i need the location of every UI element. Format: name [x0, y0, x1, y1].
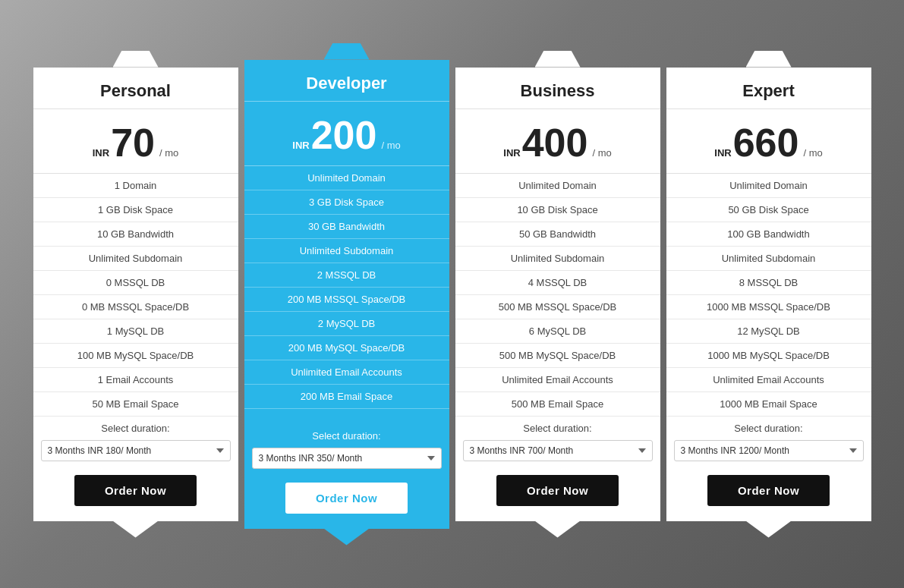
feature-item-developer-7: 200 MB MySQL Space/DB: [244, 336, 449, 360]
feature-item-personal-8: 1 Email Accounts: [33, 368, 238, 392]
feature-item-developer-8: Unlimited Email Accounts: [244, 360, 449, 385]
duration-label-expert: Select duration:: [666, 417, 871, 437]
feature-item-expert-9: 1000 MB Email Space: [666, 392, 871, 417]
duration-select-personal[interactable]: 3 Months INR 180/ Month: [41, 440, 231, 461]
duration-select-expert[interactable]: 3 Months INR 1200/ Month: [674, 440, 864, 461]
feature-item-expert-1: 50 GB Disk Space: [666, 198, 871, 222]
feature-item-expert-7: 1000 MB MySQL Space/DB: [666, 344, 871, 368]
order-button-developer[interactable]: Order Now: [285, 483, 408, 514]
features-list-personal: 1 Domain1 GB Disk Space10 GB BandwidthUn…: [33, 174, 238, 417]
feature-item-expert-0: Unlimited Domain: [666, 174, 871, 198]
plan-price-row-developer: INR200/ mo: [244, 102, 449, 166]
duration-label-developer: Select duration:: [244, 424, 449, 445]
feature-item-personal-4: 0 MSSQL DB: [33, 271, 238, 295]
plan-period-expert: / mo: [803, 147, 822, 159]
features-list-business: Unlimited Domain10 GB Disk Space50 GB Ba…: [455, 174, 660, 417]
feature-item-business-7: 500 MB MySQL Space/DB: [455, 344, 660, 368]
pricing-table: PersonalINR70/ mo1 Domain1 GB Disk Space…: [23, 52, 882, 536]
plan-currency-personal: INR: [93, 147, 109, 159]
order-button-business[interactable]: Order Now: [496, 475, 619, 506]
feature-item-business-3: Unlimited Subdomain: [455, 247, 660, 271]
plan-period-developer: / mo: [381, 140, 400, 151]
plan-card-personal: PersonalINR70/ mo1 Domain1 GB Disk Space…: [33, 68, 238, 521]
order-button-personal[interactable]: Order Now: [74, 475, 197, 506]
feature-item-personal-2: 10 GB Bandwidth: [33, 222, 238, 247]
feature-item-personal-7: 100 MB MySQL Space/DB: [33, 344, 238, 368]
feature-item-expert-3: Unlimited Subdomain: [666, 247, 871, 271]
feature-item-developer-2: 30 GB Bandwidth: [244, 215, 449, 239]
plan-name-personal: Personal: [41, 81, 231, 101]
plan-price-row-business: INR400/ mo: [455, 109, 660, 174]
feature-item-personal-0: 1 Domain: [33, 174, 238, 198]
plan-price-row-expert: INR660/ mo: [666, 109, 871, 174]
feature-item-business-8: Unlimited Email Accounts: [455, 368, 660, 392]
feature-item-business-2: 50 GB Bandwidth: [455, 222, 660, 247]
plan-amount-expert: 660: [733, 123, 799, 162]
plan-currency-business: INR: [503, 147, 520, 159]
feature-item-developer-4: 2 MSSQL DB: [244, 263, 449, 288]
duration-label-business: Select duration:: [455, 417, 660, 437]
plan-currency-expert: INR: [714, 147, 731, 159]
feature-item-business-1: 10 GB Disk Space: [455, 198, 660, 222]
feature-item-business-6: 6 MySQL DB: [455, 319, 660, 344]
duration-select-business[interactable]: 3 Months INR 700/ Month: [463, 440, 653, 461]
feature-item-personal-5: 0 MB MSSQL Space/DB: [33, 295, 238, 319]
plan-card-developer: DeveloperINR200/ moUnlimited Domain3 GB …: [244, 60, 449, 529]
feature-item-developer-5: 200 MB MSSQL Space/DB: [244, 288, 449, 312]
plan-card-expert: ExpertINR660/ moUnlimited Domain50 GB Di…: [666, 68, 871, 521]
feature-item-expert-6: 12 MySQL DB: [666, 319, 871, 344]
feature-item-business-4: 4 MSSQL DB: [455, 271, 660, 295]
plan-name-developer: Developer: [252, 74, 442, 93]
plan-period-personal: / mo: [159, 147, 178, 159]
plan-card-business: BusinessINR400/ moUnlimited Domain10 GB …: [455, 68, 660, 521]
feature-item-expert-2: 100 GB Bandwidth: [666, 222, 871, 247]
features-list-expert: Unlimited Domain50 GB Disk Space100 GB B…: [666, 174, 871, 417]
feature-item-developer-6: 2 MySQL DB: [244, 312, 449, 336]
plan-header-expert: Expert: [666, 68, 871, 109]
feature-item-developer-1: 3 GB Disk Space: [244, 190, 449, 215]
feature-item-personal-9: 50 MB Email Space: [33, 392, 238, 417]
feature-item-expert-8: Unlimited Email Accounts: [666, 368, 871, 392]
feature-item-expert-4: 8 MSSQL DB: [666, 271, 871, 295]
features-list-developer: Unlimited Domain3 GB Disk Space30 GB Ban…: [244, 166, 449, 424]
duration-label-personal: Select duration:: [33, 417, 238, 437]
plan-header-business: Business: [455, 68, 660, 109]
feature-item-business-0: Unlimited Domain: [455, 174, 660, 198]
plan-amount-business: 400: [522, 123, 588, 162]
feature-item-personal-3: Unlimited Subdomain: [33, 247, 238, 271]
plan-price-row-personal: INR70/ mo: [33, 109, 238, 174]
plan-amount-developer: 200: [311, 115, 377, 155]
order-button-expert[interactable]: Order Now: [707, 475, 830, 506]
duration-select-developer[interactable]: 3 Months INR 350/ Month: [252, 448, 442, 469]
plan-name-business: Business: [463, 81, 653, 101]
plan-header-developer: Developer: [244, 60, 449, 102]
feature-item-business-9: 500 MB Email Space: [455, 392, 660, 417]
feature-item-developer-3: Unlimited Subdomain: [244, 239, 449, 263]
feature-item-personal-6: 1 MySQL DB: [33, 319, 238, 344]
plan-amount-personal: 70: [111, 123, 155, 162]
plan-name-expert: Expert: [674, 81, 864, 101]
feature-item-developer-9: 200 MB Email Space: [244, 385, 449, 409]
feature-item-business-5: 500 MB MSSQL Space/DB: [455, 295, 660, 319]
plan-currency-developer: INR: [292, 140, 309, 151]
feature-item-developer-0: Unlimited Domain: [244, 166, 449, 190]
plan-period-business: / mo: [592, 147, 611, 159]
plan-header-personal: Personal: [33, 68, 238, 109]
feature-item-personal-1: 1 GB Disk Space: [33, 198, 238, 222]
feature-item-expert-5: 1000 MB MSSQL Space/DB: [666, 295, 871, 319]
